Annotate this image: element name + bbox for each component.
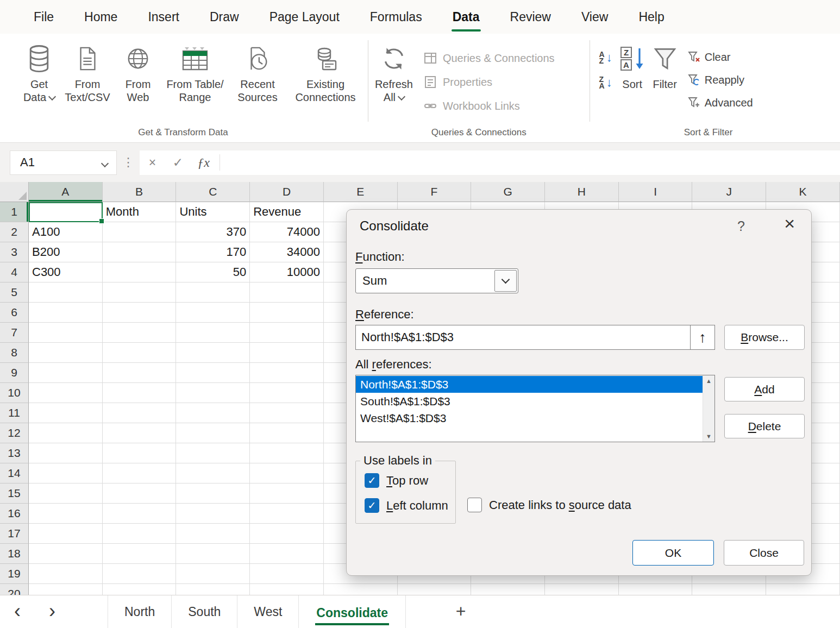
reference-item[interactable]: South!$A$1:$D$3 bbox=[356, 393, 703, 410]
create-links-checkbox[interactable]: Create links to source data bbox=[467, 498, 631, 512]
reference-item[interactable]: West!$A$1:$D$3 bbox=[356, 410, 703, 426]
column-header-J[interactable]: J bbox=[692, 182, 766, 202]
cell-D17[interactable] bbox=[250, 524, 324, 544]
sheet-tab-north[interactable]: North bbox=[108, 595, 172, 628]
formula-input[interactable] bbox=[223, 150, 840, 175]
close-button[interactable]: Close bbox=[724, 540, 804, 566]
cell-D11[interactable] bbox=[250, 403, 324, 423]
cell-A20[interactable] bbox=[29, 584, 103, 595]
cell-D20[interactable] bbox=[250, 584, 324, 595]
cell-A17[interactable] bbox=[29, 524, 103, 544]
cell-C18[interactable] bbox=[176, 544, 250, 564]
queries-connections-button[interactable]: Queries & Connections bbox=[423, 48, 555, 68]
cell-B10[interactable] bbox=[103, 383, 177, 403]
cell-C6[interactable] bbox=[176, 303, 250, 323]
cell-B17[interactable] bbox=[103, 524, 177, 544]
cell-B12[interactable] bbox=[103, 423, 177, 443]
cell-D19[interactable] bbox=[250, 564, 324, 584]
cell-D4[interactable]: 10000 bbox=[250, 262, 324, 282]
column-header-F[interactable]: F bbox=[398, 182, 472, 202]
cell-A5[interactable] bbox=[29, 282, 103, 303]
cell-A10[interactable] bbox=[29, 383, 103, 403]
cell-D18[interactable] bbox=[250, 544, 324, 564]
cell-A18[interactable] bbox=[29, 544, 103, 564]
column-header-C[interactable]: C bbox=[176, 182, 250, 202]
refresh-all-button[interactable]: Refresh All bbox=[370, 40, 418, 107]
cell-C10[interactable] bbox=[176, 383, 250, 403]
cell-D2[interactable]: 74000 bbox=[250, 222, 324, 242]
menu-tab-draw[interactable]: Draw bbox=[195, 0, 254, 34]
cell-D14[interactable] bbox=[250, 463, 324, 483]
row-header-6[interactable]: 6 bbox=[0, 303, 29, 323]
properties-button[interactable]: Properties bbox=[423, 72, 555, 92]
menu-tab-review[interactable]: Review bbox=[495, 0, 566, 34]
column-header-K[interactable]: K bbox=[766, 182, 840, 202]
cell-A6[interactable] bbox=[29, 303, 103, 323]
cell-B5[interactable] bbox=[103, 282, 177, 303]
help-icon[interactable]: ? bbox=[737, 218, 745, 234]
cell-G20[interactable] bbox=[471, 584, 545, 595]
cell-C7[interactable] bbox=[176, 323, 250, 343]
cell-C3[interactable]: 170 bbox=[176, 242, 250, 262]
left-column-checkbox[interactable]: Left column bbox=[365, 498, 448, 513]
cell-B19[interactable] bbox=[103, 564, 177, 584]
scroll-up-icon[interactable]: ▲ bbox=[703, 378, 714, 384]
advanced-filter-button[interactable]: Advanced bbox=[687, 92, 753, 113]
cell-A7[interactable] bbox=[29, 323, 103, 343]
cell-A4[interactable]: C300 bbox=[29, 262, 103, 282]
select-all-corner[interactable] bbox=[0, 182, 29, 202]
row-header-4[interactable]: 4 bbox=[0, 262, 29, 282]
cell-D16[interactable] bbox=[250, 504, 324, 524]
cell-C12[interactable] bbox=[176, 423, 250, 443]
chevron-down-icon[interactable] bbox=[101, 159, 109, 167]
cell-K20[interactable] bbox=[766, 584, 840, 595]
cell-C19[interactable] bbox=[176, 564, 250, 584]
sort-az-button[interactable]: AZ ↓ bbox=[599, 51, 612, 64]
from-web-button[interactable]: From Web bbox=[116, 40, 160, 107]
menu-tab-view[interactable]: View bbox=[566, 0, 623, 34]
sheet-nav-next-icon[interactable]: › bbox=[35, 595, 70, 628]
cell-D10[interactable] bbox=[250, 383, 324, 403]
cell-D9[interactable] bbox=[250, 363, 324, 383]
cell-J20[interactable] bbox=[692, 584, 766, 595]
column-header-D[interactable]: D bbox=[250, 182, 324, 202]
column-header-A[interactable]: A bbox=[29, 182, 103, 202]
cell-C16[interactable] bbox=[176, 504, 250, 524]
cell-B9[interactable] bbox=[103, 363, 177, 383]
column-header-B[interactable]: B bbox=[103, 182, 177, 202]
from-text-csv-button[interactable]: From Text/CSV bbox=[59, 40, 116, 107]
ok-button[interactable]: OK bbox=[632, 540, 714, 566]
cell-B11[interactable] bbox=[103, 403, 177, 423]
cell-B1[interactable]: Month bbox=[103, 202, 177, 222]
workbook-links-button[interactable]: Workbook Links bbox=[423, 96, 555, 116]
close-icon[interactable]: × bbox=[784, 214, 795, 233]
row-header-9[interactable]: 9 bbox=[0, 363, 29, 383]
cell-D15[interactable] bbox=[250, 483, 324, 504]
sheet-nav-prev-icon[interactable]: ‹ bbox=[0, 595, 35, 628]
row-header-8[interactable]: 8 bbox=[0, 343, 29, 363]
cell-B13[interactable] bbox=[103, 443, 177, 463]
cell-C14[interactable] bbox=[176, 463, 250, 483]
checkbox-icon[interactable] bbox=[365, 473, 379, 488]
cell-B14[interactable] bbox=[103, 463, 177, 483]
menu-tab-insert[interactable]: Insert bbox=[133, 0, 195, 34]
cell-C11[interactable] bbox=[176, 403, 250, 423]
cell-C4[interactable]: 50 bbox=[176, 262, 250, 282]
cell-C9[interactable] bbox=[176, 363, 250, 383]
delete-button[interactable]: Delete bbox=[724, 414, 805, 438]
cell-C15[interactable] bbox=[176, 483, 250, 504]
cell-F20[interactable] bbox=[398, 584, 472, 595]
cell-A3[interactable]: B200 bbox=[29, 242, 103, 262]
menu-tab-help[interactable]: Help bbox=[623, 0, 679, 34]
column-header-E[interactable]: E bbox=[324, 182, 398, 202]
row-header-12[interactable]: 12 bbox=[0, 423, 29, 443]
cell-C8[interactable] bbox=[176, 343, 250, 363]
cell-B8[interactable] bbox=[103, 343, 177, 363]
get-data-button[interactable]: Get Data bbox=[20, 40, 59, 107]
cell-E20[interactable] bbox=[324, 584, 398, 595]
cell-A19[interactable] bbox=[29, 564, 103, 584]
sheet-tab-west[interactable]: West bbox=[237, 595, 299, 628]
top-row-checkbox[interactable]: Top row bbox=[365, 473, 428, 488]
cell-C17[interactable] bbox=[176, 524, 250, 544]
row-header-1[interactable]: 1 bbox=[0, 202, 29, 222]
